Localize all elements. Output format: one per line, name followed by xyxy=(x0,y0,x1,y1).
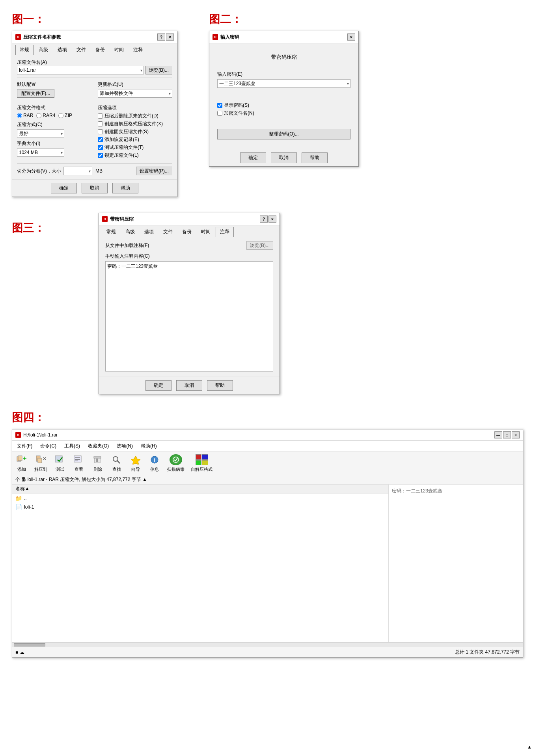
help-btn[interactable]: 帮助 xyxy=(112,183,138,193)
tab3-advanced[interactable]: 高级 xyxy=(121,227,139,237)
status-icon1: ■ xyxy=(15,650,18,655)
tab3-general[interactable]: 常规 xyxy=(102,227,120,237)
cancel-btn3[interactable]: 取消 xyxy=(176,380,202,391)
compress-format-label: 压缩文件格式 xyxy=(17,104,91,111)
tab3-time[interactable]: 时间 xyxy=(197,227,215,237)
dict-size-input[interactable] xyxy=(17,148,64,157)
close-btn2[interactable]: × xyxy=(347,33,355,41)
toolbar-wizard[interactable]: 向导 xyxy=(129,454,142,472)
split-input[interactable] xyxy=(63,167,92,175)
svg-rect-1 xyxy=(18,456,22,461)
show-pw-cb[interactable]: 显示密码(S) xyxy=(217,102,350,109)
close-btn3[interactable]: × xyxy=(268,215,276,223)
tab-time[interactable]: 时间 xyxy=(110,45,128,55)
toolbar-scan[interactable]: 扫描病毒 xyxy=(167,454,185,472)
fig2-title-bar: R 输入密码 × xyxy=(209,31,358,43)
fm-menu-bar: 文件(F) 命令(C) 工具(S) 收藏夹(O) 选项(N) 帮助(H) xyxy=(12,441,523,452)
help-btn2[interactable]: 帮助 xyxy=(302,152,328,163)
browse-btn[interactable]: 浏览(B)... xyxy=(145,66,172,74)
compress-method-input[interactable] xyxy=(17,129,64,138)
cb2[interactable]: 创建自解压格式压缩文件(X) xyxy=(98,121,172,127)
tab3-notes[interactable]: 注释 xyxy=(216,227,234,237)
fig3-browse-btn[interactable]: 浏览(B)... xyxy=(246,241,273,250)
toolbar-sfx[interactable]: 自解压格式 xyxy=(191,454,213,472)
set-password-btn[interactable]: 设置密码(P)... xyxy=(136,167,172,175)
menu-help[interactable]: 帮助(H) xyxy=(139,442,158,450)
fm-scrollbar[interactable] xyxy=(12,642,523,647)
menu-favorites[interactable]: 收藏夹(O) xyxy=(86,442,110,450)
notes-textarea[interactable]: 密码：一二三123壹贰叁 xyxy=(105,261,273,371)
menu-tools[interactable]: 工具(S) xyxy=(63,442,82,450)
question-btn3[interactable]: ? xyxy=(260,215,268,223)
info-icon: i xyxy=(148,454,161,465)
filename-row: 浏览(B)... xyxy=(17,66,172,74)
cancel-btn[interactable]: 取消 xyxy=(82,183,108,193)
radio-zip[interactable]: ZIP xyxy=(58,113,72,118)
toolbar-find[interactable]: 查找 xyxy=(110,454,123,472)
menu-file[interactable]: 文件(F) xyxy=(15,442,34,450)
ok-btn3[interactable]: 确定 xyxy=(145,380,171,391)
toolbar-view[interactable]: 查看 xyxy=(73,454,85,472)
update-mode-input[interactable] xyxy=(98,89,172,98)
fm-min-btn[interactable]: — xyxy=(494,431,502,438)
toolbar-add[interactable]: 添加 xyxy=(15,454,28,472)
fig4-section: 图四： R H:\loli-1\loli-1.rar — □ × 文件(F) 命… xyxy=(12,410,523,658)
svg-rect-5 xyxy=(38,458,42,463)
fig3-title-bar: R 带密码压缩 ? × xyxy=(99,213,280,225)
cancel-btn2[interactable]: 取消 xyxy=(271,152,297,163)
tab-notes[interactable]: 注释 xyxy=(129,45,147,55)
table-row[interactable]: 📄 loli-1 xyxy=(12,503,388,511)
close-btn[interactable]: × xyxy=(166,33,174,41)
cb5[interactable]: 测试压缩的文件(T) xyxy=(98,144,172,151)
fig4-label: 图四： xyxy=(12,410,523,425)
subtitle: 带密码压缩 xyxy=(271,54,297,60)
fm-close-btn[interactable]: × xyxy=(512,431,520,438)
comment-text: 密码：一二三123壹贰叁 xyxy=(392,488,442,494)
dict-size-label: 字典大小(I) xyxy=(17,140,91,147)
cb3[interactable]: 创建固实压缩文件(S) xyxy=(98,128,172,135)
toolbar-info-label: 信息 xyxy=(150,466,159,472)
tab3-options[interactable]: 选项 xyxy=(140,227,158,237)
toolbar-test[interactable]: 测试 xyxy=(54,454,66,472)
ok-btn[interactable]: 确定 xyxy=(51,183,77,193)
tab3-backup[interactable]: 备份 xyxy=(178,227,196,237)
table-row[interactable]: 📁 .. xyxy=(12,494,388,503)
split-label: 切分为分卷(V)，大小 xyxy=(17,168,61,175)
filename-input[interactable] xyxy=(17,66,144,74)
toolbar-test-label: 测试 xyxy=(56,466,64,472)
toolbar-extract[interactable]: 解压到 xyxy=(34,454,47,472)
fig2-title: 输入密码 xyxy=(220,34,239,41)
fig3-footer: 确定 取消 帮助 xyxy=(99,377,280,394)
config-file-btn[interactable]: 配置文件(F)... xyxy=(17,89,54,98)
tab-backup[interactable]: 备份 xyxy=(91,45,109,55)
rar-icon2: R xyxy=(213,34,218,40)
menu-options[interactable]: 选项(N) xyxy=(115,442,134,450)
toolbar-scan-label: 扫描病毒 xyxy=(167,466,185,472)
encrypt-filename-cb[interactable]: 加密文件名(N) xyxy=(217,110,350,117)
default-config-label: 默认配置 xyxy=(17,81,91,88)
question-btn[interactable]: ? xyxy=(157,33,165,41)
radio-rar4[interactable]: RAR4 xyxy=(36,113,55,118)
cb4[interactable]: 添加恢复记录(E) xyxy=(98,136,172,143)
cb6[interactable]: 锁定压缩文件(L) xyxy=(98,152,172,159)
split-unit: MB xyxy=(95,168,103,174)
tab-files[interactable]: 文件 xyxy=(72,45,90,55)
manage-pw-btn[interactable]: 整理密码(O)... xyxy=(217,129,350,139)
fm-rar-icon: R xyxy=(15,432,21,438)
tab3-files[interactable]: 文件 xyxy=(159,227,177,237)
toolbar-info[interactable]: i 信息 xyxy=(148,454,161,472)
radio-rar[interactable]: RAR xyxy=(17,113,33,118)
ok-btn2[interactable]: 确定 xyxy=(240,152,266,163)
scrollbar-thumb[interactable] xyxy=(14,643,45,646)
fm-max-btn[interactable]: □ xyxy=(503,431,511,438)
password-input[interactable] xyxy=(217,79,350,88)
tab-general[interactable]: 常规 xyxy=(15,45,34,55)
tab-options[interactable]: 选项 xyxy=(53,45,71,55)
help-btn3[interactable]: 帮助 xyxy=(207,380,233,391)
toolbar-delete[interactable]: 删除 xyxy=(91,454,104,472)
tab-advanced[interactable]: 高级 xyxy=(34,45,52,55)
update-mode-label: 更新格式(U) xyxy=(98,81,172,88)
view-icon xyxy=(73,454,85,465)
cb1[interactable]: 压缩后删除原来的文件(D) xyxy=(98,113,172,119)
menu-cmd[interactable]: 命令(C) xyxy=(39,442,58,450)
